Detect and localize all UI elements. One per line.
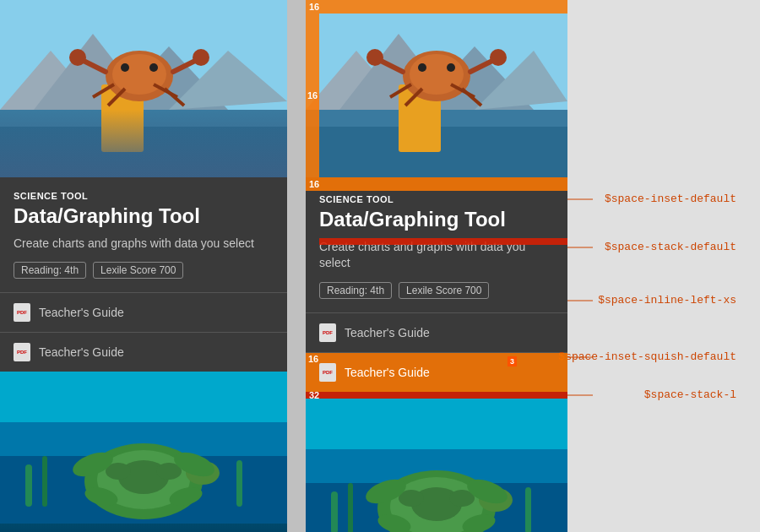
- left-card-category: SCIENCE TOOL: [14, 191, 274, 201]
- left-link-label-2: Teacher's Guide: [39, 345, 124, 359]
- svg-rect-24: [42, 456, 47, 507]
- crab-image-left: [0, 0, 287, 177]
- left-card-tags: Reading: 4th Lexile Score 700: [14, 262, 274, 279]
- svg-rect-6: [0, 127, 287, 177]
- right-card-category: SCIENCE TOOL: [319, 194, 554, 204]
- turtle-image-right: [306, 399, 567, 532]
- top-inset-overlay: 16: [306, 0, 567, 14]
- svg-point-12: [69, 49, 86, 66]
- link2-orange-overlay: 16 Teacher's Guide 3: [306, 353, 567, 392]
- red-bar-desc: [319, 238, 567, 245]
- svg-point-19: [149, 63, 158, 72]
- svg-rect-5: [0, 110, 287, 177]
- panel-divider: [287, 0, 306, 532]
- annotation-stack-l: $space-stack-l: [644, 388, 736, 401]
- left-link-item-2[interactable]: Teacher's Guide: [0, 332, 287, 372]
- annotation-inline-left-xs: $space-inline-left-xs: [598, 294, 736, 307]
- left-card-title: Data/Graphing Tool: [14, 204, 274, 229]
- svg-rect-60: [348, 483, 353, 532]
- right-panel: 16 16 16 SCIENCE TOOL Data/Graphing Tool…: [306, 0, 760, 532]
- left-link-label-1: Teacher's Guide: [39, 306, 124, 319]
- left-card-links: Teacher's Guide Teacher's Guide: [0, 292, 287, 372]
- annotations-panel: $space-inset-default $space-stack-defaul…: [567, 0, 745, 532]
- right-link-label-2-overlay: Teacher's Guide: [345, 366, 430, 379]
- right-link-label-1: Teacher's Guide: [345, 326, 430, 339]
- svg-point-18: [121, 63, 129, 72]
- small-badge: 3: [508, 356, 517, 366]
- left-card-description: Create charts and graphs with data you s…: [14, 236, 274, 252]
- left-tag-reading: Reading: 4th: [14, 262, 86, 279]
- pdf-icon-1: [14, 303, 30, 322]
- svg-point-55: [447, 63, 455, 72]
- svg-rect-25: [236, 460, 242, 507]
- left-link-item-1[interactable]: Teacher's Guide: [0, 292, 287, 332]
- annotation-inset-default: $space-inset-default: [605, 193, 736, 205]
- right-pdf-icon-1: [319, 323, 336, 342]
- left-top-card: SCIENCE TOOL Data/Graphing Tool Create c…: [0, 0, 287, 372]
- body-top-number: 16: [309, 179, 319, 189]
- top-inset-number: 16: [309, 2, 319, 12]
- bottom-red-bar: 32: [306, 392, 567, 399]
- body-top-overlay: 16: [306, 177, 567, 191]
- svg-point-48: [366, 49, 383, 66]
- left-card-body: SCIENCE TOOL Data/Graphing Tool Create c…: [0, 177, 287, 292]
- right-card-links: Teacher's Guide 16 Teacher's Guide 3 Tea…: [306, 312, 567, 399]
- turtle-image-left: [0, 372, 287, 532]
- right-link-item-1[interactable]: Teacher's Guide: [306, 312, 567, 352]
- annotation-inset-squish-default: $space-inset-squish-default: [558, 350, 736, 363]
- svg-point-49: [490, 49, 507, 66]
- left-inset-overlay: 16: [306, 14, 319, 177]
- right-card-body: 16 SCIENCE TOOL Data/Graphing Tool Creat…: [306, 177, 567, 312]
- svg-rect-23: [25, 464, 32, 507]
- left-tag-lexile: Lexile Score 700: [93, 262, 183, 279]
- right-pdf-icon-2-overlay: [319, 363, 336, 382]
- right-content: 16 16 16 SCIENCE TOOL Data/Graphing Tool…: [306, 0, 567, 532]
- left-panel: SCIENCE TOOL Data/Graphing Tool Create c…: [0, 0, 287, 532]
- svg-point-13: [193, 49, 209, 66]
- svg-point-54: [418, 63, 426, 72]
- right-tag-lexile: Lexile Score 700: [399, 282, 489, 299]
- right-card-tags: Reading: 4th Lexile Score 700: [319, 282, 554, 299]
- left-inset-number: 16: [307, 90, 318, 100]
- svg-rect-59: [331, 491, 338, 532]
- right-tag-reading: Reading: 4th: [319, 282, 392, 299]
- annotation-stack-default: $space-stack-default: [605, 241, 736, 253]
- right-card-image: 16 16: [306, 0, 567, 177]
- svg-rect-61: [525, 487, 531, 532]
- pdf-icon-2: [14, 343, 30, 361]
- right-card-title: Data/Graphing Tool: [319, 208, 554, 232]
- right-link-item-2[interactable]: 16 Teacher's Guide 3 Teacher's Guide: [306, 352, 567, 392]
